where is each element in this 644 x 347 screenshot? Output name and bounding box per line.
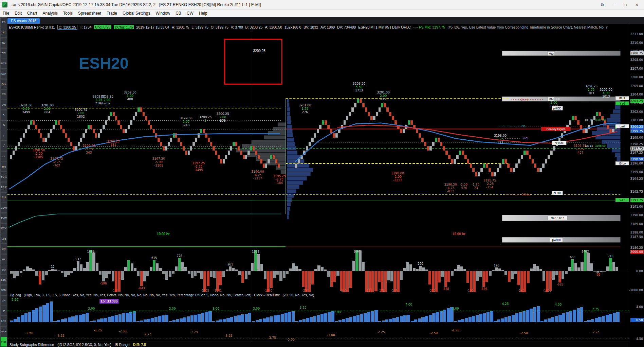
menu-tools[interactable]: Tools <box>60 10 75 16</box>
tool-con[interactable]: Con <box>0 69 7 79</box>
svg-text:261: 261 <box>227 263 233 266</box>
tool-cs[interactable]: CS <box>0 89 7 99</box>
tool-tc-1[interactable]: TC 1 <box>0 172 7 182</box>
svg-text:3190.00: 3190.00 <box>391 172 404 175</box>
menu-chart[interactable]: Chart <box>24 10 40 16</box>
menu-cb[interactable]: CB <box>173 10 184 16</box>
tool-dvp[interactable]: DVP <box>0 326 7 336</box>
tool-30m[interactable]: 30M <box>0 285 7 295</box>
crosshair-icon[interactable]: ⊕ <box>0 120 7 130</box>
tool-dly[interactable]: Dly <box>0 244 7 254</box>
tool-lfs[interactable]: LFS <box>0 316 7 326</box>
tool-tvw[interactable]: TVW <box>0 213 7 223</box>
oscillator-subgraph-panel[interactable]: 5.503.002.003.003.003.003.252.004.003.00… <box>7 298 630 342</box>
chart-column: ESH20 [CB][M] Renko 2t #11C: 3200.25T: 1… <box>7 24 630 347</box>
chart-header-segment-1: C: 3200.25 <box>57 25 77 30</box>
svg-text:OS Hi: OS Hi <box>585 118 593 122</box>
chart-header-segment-5: 2019-12-17 15:33:04 <box>136 25 169 29</box>
tool-f-16[interactable]: F:16 <box>0 337 7 347</box>
tool-log[interactable]: Log <box>0 234 7 244</box>
svg-text:Century Figure: Century Figure <box>546 127 565 131</box>
menu-file[interactable]: File <box>0 10 12 16</box>
tool-dis[interactable]: Dis <box>0 79 7 89</box>
pointer-icon[interactable]: ↖ <box>0 110 7 120</box>
tool-tc-2[interactable]: TC 2 <box>0 182 7 192</box>
app-icon <box>2 2 7 7</box>
menu-window[interactable]: Window <box>153 10 173 16</box>
maximize-button[interactable]: □ <box>620 1 631 8</box>
tool-dts[interactable]: DTS <box>0 58 7 68</box>
pan-icon[interactable]: ✥ <box>0 306 7 316</box>
svg-text:IB Lo: IB Lo <box>619 162 626 165</box>
svg-text:878: 878 <box>220 119 226 122</box>
price-badge: 3197.75 <box>630 146 644 151</box>
svg-text:-457: -457 <box>576 151 583 154</box>
main-chart-panel[interactable]: ESH203201.005.5034993198.50-2.50-1585320… <box>7 31 630 250</box>
svg-text:4.00: 4.00 <box>405 303 412 306</box>
menu-help[interactable]: Help <box>196 10 210 16</box>
tabbar: ES charts 2016 <box>7 17 644 24</box>
price-tick: 3192.75 <box>630 190 643 193</box>
svg-text:-2.25: -2.25 <box>576 148 584 151</box>
tool-rpl[interactable]: Rpl <box>0 192 7 202</box>
svg-text:-1.75: -1.75 <box>452 329 459 332</box>
volume-subgraph-panel[interactable]: 125371489-590-1643-843615728-1205-114126… <box>7 250 630 292</box>
chart-header-segment-18: (#5.ID6, Yes, Use Latest Value from Corr… <box>447 25 608 29</box>
clock-study-name[interactable]: Clock - RealTime <box>254 293 280 297</box>
svg-text:-888: -888 <box>442 287 449 291</box>
layout-icon[interactable]: ⧉ <box>596 1 608 8</box>
zigzag-study-name[interactable]: Zig Zag <box>10 293 21 297</box>
svg-text:3198.00: 3198.00 <box>595 144 606 148</box>
menu-trade[interactable]: Trade <box>104 10 120 16</box>
svg-text:3201.00: 3201.00 <box>595 118 606 122</box>
svg-text:3196.50: 3196.50 <box>444 183 457 186</box>
svg-text:-248: -248 <box>183 123 190 127</box>
svg-text:pHOD: pHOD <box>553 107 562 110</box>
chart-header-segment-10: B: 3200.25 <box>245 25 263 29</box>
svg-text:1.25: 1.25 <box>301 107 308 110</box>
price-tick: 3186.25 <box>630 246 643 249</box>
menu-cw[interactable]: CW <box>184 10 196 16</box>
tool-oc[interactable]: OC <box>0 28 7 37</box>
menu-global-settings[interactable]: Global Settings <box>120 10 153 16</box>
tool-cvw[interactable]: CVW <box>0 203 7 213</box>
trendline-icon[interactable]: ╱ <box>0 141 7 151</box>
svg-text:4.25: 4.25 <box>502 302 509 306</box>
svg-text:-95: -95 <box>595 273 600 276</box>
status-study-name[interactable]: Study Subgraphs Difference <box>10 343 54 347</box>
tool-cc[interactable]: CC <box>0 48 7 58</box>
svg-text:-154: -154 <box>486 186 493 189</box>
body-row: FSOCSvCCDTSConDisCSSW↖⊕＋╱▭abcTC 1TC 2Rpl… <box>0 17 644 347</box>
minimize-button[interactable]: ─ <box>608 1 620 8</box>
tool-1h[interactable]: 1H <box>0 295 7 305</box>
svg-text:718: 718 <box>608 255 613 258</box>
svg-text:655: 655 <box>570 256 575 259</box>
svg-text:3196.00: 3196.00 <box>251 170 264 173</box>
price-scale[interactable]: 3211.003210.003209.003208.003207.003206.… <box>630 24 644 347</box>
svg-text:884: 884 <box>44 110 50 114</box>
menu-analysis[interactable]: Analysis <box>40 10 60 16</box>
tool-abc[interactable]: abc <box>0 161 7 171</box>
svg-text:363: 363 <box>588 91 594 95</box>
tool-5m[interactable]: 5M <box>0 265 7 275</box>
titlebar: ...arts 2016.cht GAIN Capital/OEC 2019-1… <box>0 0 644 10</box>
svg-text:-1.75: -1.75 <box>472 183 479 186</box>
tool-ctv[interactable]: CTV <box>0 223 7 233</box>
tool-sw[interactable]: SW <box>0 100 7 110</box>
menu-spreadsheet[interactable]: Spreadsheet <box>75 10 104 16</box>
close-button[interactable]: ✕ <box>631 1 643 8</box>
svg-text:4.00: 4.00 <box>603 91 609 95</box>
plus-icon[interactable]: ＋ <box>0 131 7 140</box>
tab-es-charts-2016[interactable]: ES charts 2016 <box>7 18 40 24</box>
svg-text:3201.00: 3201.00 <box>299 104 311 107</box>
tool-we[interactable]: We <box>0 254 7 264</box>
menu-edit[interactable]: Edit <box>12 10 24 16</box>
tool-65m[interactable]: 65M <box>0 275 7 285</box>
tool-fs[interactable]: FS <box>0 17 7 27</box>
tool-sv[interactable]: Sv <box>0 38 7 48</box>
svg-text:615: 615 <box>151 256 157 260</box>
svg-text:2184: 2184 <box>95 102 103 105</box>
chart-wrap: ESH20 [CB][M] Renko 2t #11C: 3200.25T: 1… <box>7 24 644 347</box>
svg-text:3197.75: 3197.75 <box>574 144 586 148</box>
rectangle-icon[interactable]: ▭ <box>0 151 7 161</box>
